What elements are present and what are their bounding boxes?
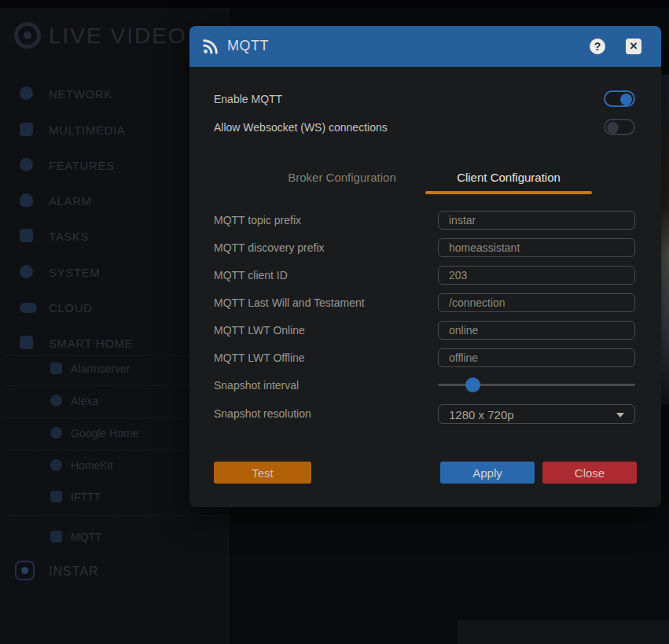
brand-label: LIVE VIDEO [49, 24, 187, 49]
dialog-header: MQTT ? ✕ [189, 26, 661, 67]
lwt-offline-label: MQTT LWT Offline [214, 351, 305, 364]
toggle-knob [620, 94, 632, 105]
topic-prefix-input[interactable] [438, 211, 635, 230]
mqtt-dialog: MQTT ? ✕ Enable MQTT Allow Websocket (WS… [189, 26, 661, 507]
enable-mqtt-toggle[interactable] [604, 90, 635, 107]
chevron-down-icon [616, 413, 624, 418]
lwt-online-input[interactable] [438, 321, 635, 340]
discovery-prefix-label: MQTT discovery prefix [214, 241, 325, 254]
snapshot-interval-slider[interactable] [438, 384, 635, 386]
live-video-preview-edge [661, 75, 669, 405]
last-will-label: MQTT Last Will and Testament [214, 296, 365, 309]
config-tabs: Broker Configuration Client Configuratio… [259, 164, 592, 194]
test-button[interactable]: Test [214, 462, 311, 484]
websocket-toggle[interactable] [604, 119, 635, 135]
snapshot-resolution-select[interactable]: 1280 x 720p [438, 404, 635, 424]
client-id-input[interactable] [438, 266, 635, 285]
close-button[interactable]: Close [542, 462, 637, 484]
bottom-strip [458, 620, 669, 644]
snapshot-resolution-label: Snapshot resolution [214, 407, 311, 420]
discovery-prefix-input[interactable] [438, 238, 635, 257]
sidebar-item-mqtt[interactable]: MQTT [0, 529, 228, 545]
sidebar-item-instar[interactable]: INSTAR [0, 561, 228, 583]
google-home-icon [50, 427, 62, 439]
snapshot-interval-label: Snapshot interval [214, 379, 299, 392]
help-button[interactable]: ? [590, 39, 605, 54]
selected-resolution: 1280 x 720p [449, 408, 514, 421]
enable-mqtt-label: Enable MQTT [214, 93, 282, 105]
features-icon [20, 158, 33, 171]
lwt-online-label: MQTT LWT Online [214, 324, 305, 337]
tasks-icon [20, 229, 33, 242]
rss-broadcast-icon [202, 38, 219, 55]
topic-prefix-label: MQTT topic prefix [214, 214, 301, 226]
ifttt-icon [50, 491, 62, 502]
mqtt-rss-icon [50, 531, 62, 543]
alarm-bell-icon [20, 193, 33, 207]
tab-client-configuration[interactable]: Client Configuration [425, 164, 592, 194]
dialog-title: MQTT [227, 38, 269, 54]
tab-broker-configuration[interactable]: Broker Configuration [259, 164, 425, 194]
instar-camera-icon [15, 561, 35, 580]
last-will-input[interactable] [438, 293, 635, 312]
apply-button[interactable]: Apply [440, 462, 535, 484]
snapshot-interval-thumb[interactable] [465, 377, 480, 392]
camera-lens-icon [14, 22, 41, 49]
websocket-label: Allow Websocket (WS) connections [214, 121, 388, 134]
alexa-icon [50, 395, 62, 407]
smart-home-icon [20, 336, 33, 349]
toggle-knob [607, 122, 619, 134]
lwt-offline-input[interactable] [438, 348, 635, 367]
alarmserver-icon [50, 362, 62, 374]
close-dialog-button[interactable]: ✕ [626, 39, 641, 54]
active-tab-underline [425, 191, 592, 194]
top-bar [0, 0, 669, 8]
submenu-divider [5, 515, 228, 516]
system-gear-icon [20, 265, 33, 278]
client-id-label: MQTT client ID [214, 269, 288, 282]
multimedia-icon [20, 123, 33, 136]
cloud-icon [20, 303, 37, 313]
network-icon [20, 86, 33, 100]
homekit-icon [50, 459, 62, 471]
